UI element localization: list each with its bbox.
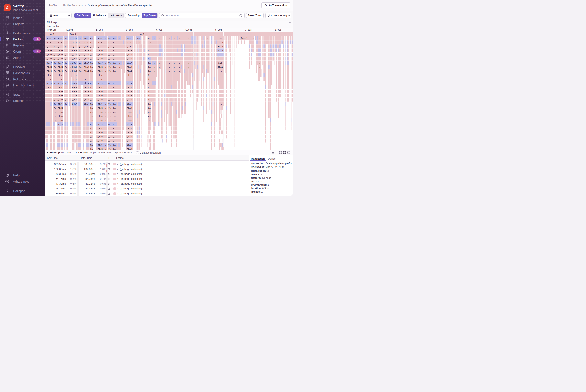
svg-text:…: … bbox=[259, 66, 260, 68]
svg-text:r…: r… bbox=[90, 50, 93, 52]
svg-text:r…: r… bbox=[90, 111, 93, 113]
svg-text:r…: r… bbox=[90, 41, 93, 44]
svg-text:r…: r… bbox=[90, 128, 93, 130]
svg-text:re…k: re…k bbox=[47, 66, 52, 68]
svg-text:…: … bbox=[174, 62, 175, 64]
svg-text:p…s: p…s bbox=[98, 37, 102, 40]
svg-text:_…: _… bbox=[108, 54, 111, 56]
svg-text:_l…e: _l…e bbox=[84, 74, 89, 76]
svg-text:r…: r… bbox=[54, 111, 56, 113]
svg-text:r…s: r…s bbox=[73, 41, 77, 44]
svg-text:Ob…>: Ob…> bbox=[98, 82, 103, 85]
svg-text:…: … bbox=[179, 41, 180, 44]
svg-text:_…: _… bbox=[53, 119, 56, 122]
svg-text:re…k: re…k bbox=[127, 86, 132, 89]
svg-text:…: … bbox=[179, 50, 180, 52]
svg-text:_e…e: _e…e bbox=[58, 78, 63, 80]
svg-text:(root): (root) bbox=[136, 33, 144, 36]
svg-text:r…: r… bbox=[79, 70, 82, 72]
svg-text:…: … bbox=[105, 148, 106, 150]
svg-text:…: … bbox=[154, 74, 155, 76]
svg-text:_e…e: _e…e bbox=[47, 78, 52, 80]
svg-text:…: … bbox=[105, 90, 106, 93]
svg-text:…: … bbox=[70, 50, 71, 52]
svg-text:j…r: j…r bbox=[128, 46, 131, 48]
svg-text:…: … bbox=[105, 86, 106, 89]
svg-text:_…: _… bbox=[90, 140, 93, 142]
svg-text:…: … bbox=[105, 70, 106, 72]
svg-text:re…k: re…k bbox=[58, 86, 63, 89]
svg-text:r…s: r…s bbox=[137, 41, 141, 44]
svg-text:_e…e: _e…e bbox=[72, 78, 77, 80]
svg-text:j…: j… bbox=[79, 46, 82, 48]
svg-text:r…s: r…s bbox=[128, 41, 131, 44]
svg-text:r…: r… bbox=[148, 103, 151, 105]
svg-text:r…: r… bbox=[108, 90, 111, 93]
svg-text:…: … bbox=[119, 58, 120, 60]
svg-text:re…e: re…e bbox=[98, 132, 103, 134]
svg-text:_…: _… bbox=[90, 136, 93, 138]
svg-text:_…: _… bbox=[53, 94, 56, 97]
svg-text:…: … bbox=[105, 62, 106, 64]
svg-text:_e…e: _e…e bbox=[72, 58, 77, 60]
svg-text:…: … bbox=[70, 66, 71, 68]
svg-text:r…: r… bbox=[54, 86, 56, 89]
svg-text:Ob…>: Ob…> bbox=[84, 103, 89, 105]
svg-text:Ob…>: Ob…> bbox=[58, 123, 63, 126]
svg-text:re…k: re…k bbox=[47, 86, 52, 89]
svg-text:j…r: j…r bbox=[85, 46, 88, 48]
svg-text:_…: _… bbox=[108, 98, 111, 101]
svg-text:…: … bbox=[105, 66, 106, 68]
svg-text:r…s: r…s bbox=[85, 41, 88, 44]
svg-text:r…: r… bbox=[65, 50, 67, 52]
svg-text:(root): (root) bbox=[47, 33, 54, 36]
svg-text:re…k: re…k bbox=[84, 86, 89, 89]
svg-text:_…: _… bbox=[53, 78, 56, 80]
svg-text:O…: O… bbox=[108, 103, 111, 105]
svg-text:…: … bbox=[169, 94, 170, 97]
svg-text:j…r: j…r bbox=[73, 46, 77, 48]
svg-text:…: … bbox=[169, 90, 170, 93]
svg-text:…: … bbox=[174, 90, 175, 93]
svg-text:_e…e: _e…e bbox=[97, 140, 103, 142]
svg-text:re…e: re…e bbox=[84, 50, 89, 52]
svg-text:re…e: re…e bbox=[84, 70, 89, 72]
svg-text:…: … bbox=[70, 37, 71, 40]
svg-text:…: … bbox=[169, 66, 170, 68]
svg-text:_c…t: _c…t bbox=[217, 37, 223, 40]
svg-text:r…: r… bbox=[90, 132, 93, 134]
svg-text:_l…e: _l…e bbox=[72, 74, 77, 76]
svg-text:…: … bbox=[159, 54, 161, 56]
svg-text:_…: _… bbox=[90, 74, 93, 76]
svg-text:_…: _… bbox=[113, 136, 116, 138]
svg-text:Ob…>: Ob…> bbox=[47, 82, 52, 85]
svg-text:p…s: p…s bbox=[128, 37, 131, 40]
svg-text:_…: _… bbox=[53, 115, 56, 118]
svg-text:_…: _… bbox=[90, 94, 93, 97]
svg-text:r…: r… bbox=[113, 86, 116, 89]
svg-text:u…: u… bbox=[148, 111, 151, 113]
svg-text:…: … bbox=[207, 37, 208, 40]
svg-text:re…r: re…r bbox=[218, 58, 223, 60]
svg-text:…: … bbox=[259, 41, 260, 44]
svg-text:r…: r… bbox=[65, 70, 67, 72]
svg-text:j…r: j…r bbox=[98, 46, 102, 48]
svg-text:_l…e: _l…e bbox=[97, 74, 103, 76]
svg-text:…: … bbox=[188, 62, 189, 64]
svg-text:r…: r… bbox=[108, 41, 111, 44]
svg-text:un…n: un…n bbox=[218, 50, 223, 52]
svg-text:r…: r… bbox=[108, 148, 111, 150]
svg-text:O…: O… bbox=[113, 144, 116, 146]
svg-text:_e…e: _e…e bbox=[84, 78, 89, 80]
svg-text:Ob…>: Ob…> bbox=[58, 62, 63, 64]
svg-text:…: … bbox=[154, 70, 155, 72]
svg-text:_l…e: _l…e bbox=[97, 54, 103, 56]
svg-text:…: … bbox=[169, 82, 170, 85]
svg-text:O…: O… bbox=[65, 62, 67, 64]
svg-text:re…e: re…e bbox=[127, 70, 132, 72]
svg-text:O…: O… bbox=[113, 103, 116, 105]
svg-text:…: … bbox=[70, 41, 71, 44]
svg-text:…: … bbox=[105, 123, 106, 126]
svg-text:re…k: re…k bbox=[98, 66, 103, 68]
svg-text:…: … bbox=[221, 94, 222, 97]
